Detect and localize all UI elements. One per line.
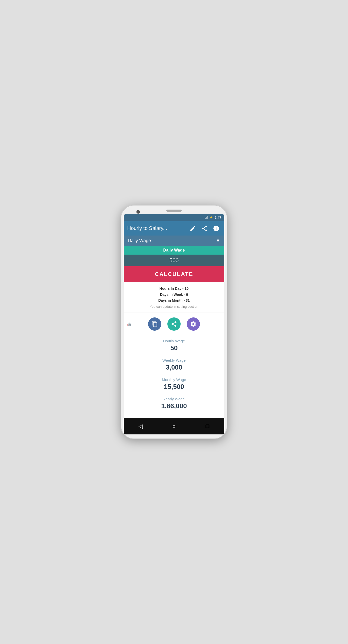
share-button[interactable] bbox=[167, 317, 181, 331]
calculate-button[interactable]: CALCULATE bbox=[124, 266, 224, 282]
settings-button[interactable] bbox=[187, 317, 200, 331]
wage-input-section: Daily Wage bbox=[124, 246, 224, 266]
back-button[interactable]: ◁ bbox=[135, 421, 146, 431]
share-icon-button[interactable] bbox=[200, 224, 209, 233]
app-bar: Hourly to Salary... bbox=[124, 221, 224, 236]
status-bar: 🤖 ⚡ 2:47 bbox=[124, 214, 224, 221]
hourly-wage-value: 50 bbox=[124, 344, 224, 352]
wage-input-label: Daily Wage bbox=[124, 246, 224, 255]
info-panel: Hours In Day - 10 Days in Week - 6 Days … bbox=[124, 282, 224, 313]
monthly-wage-label: Monthly Wage bbox=[124, 377, 224, 382]
dropdown-label: Daily Wage bbox=[128, 238, 216, 243]
monthly-wage-value: 15,500 bbox=[124, 383, 224, 391]
hours-in-day-line: Hours In Day - 10 bbox=[128, 286, 220, 292]
edit-icon-button[interactable] bbox=[188, 224, 197, 233]
yearly-wage-result: Yearly Wage 1,86,000 bbox=[124, 394, 224, 413]
wage-input-field[interactable] bbox=[126, 257, 222, 264]
status-time: 2:47 bbox=[215, 216, 221, 219]
status-icons: ⚡ 2:47 bbox=[204, 215, 221, 220]
days-in-month-line: Days in Month - 31 bbox=[128, 298, 220, 304]
monthly-wage-result: Monthly Wage 15,500 bbox=[124, 374, 224, 394]
weekly-wage-value: 3,000 bbox=[124, 363, 224, 371]
weekly-wage-label: Weekly Wage bbox=[124, 358, 224, 362]
hourly-wage-label: Hourly Wage bbox=[124, 339, 224, 343]
signal-icon bbox=[204, 215, 208, 220]
yearly-wage-label: Yearly Wage bbox=[124, 397, 224, 401]
results-section: Hourly Wage 50 Weekly Wage 3,000 Monthly… bbox=[124, 333, 224, 418]
phone-frame: 🤖 ⚡ 2:47 Hourly to Salary... bbox=[121, 205, 227, 439]
copy-button[interactable] bbox=[148, 317, 161, 331]
camera-cutout bbox=[136, 210, 140, 214]
hourly-wage-result: Hourly Wage 50 bbox=[124, 336, 224, 355]
dropdown-selector[interactable]: Daily Wage ▼ bbox=[124, 236, 224, 246]
svg-marker-0 bbox=[204, 215, 208, 219]
app-title: Hourly to Salary... bbox=[127, 225, 186, 231]
android-logo: 🤖 bbox=[127, 322, 131, 327]
charging-icon: ⚡ bbox=[210, 216, 213, 219]
phone-top bbox=[124, 210, 224, 212]
info-subtext: You can update in setting section bbox=[128, 305, 220, 309]
yearly-wage-value: 1,86,000 bbox=[124, 402, 224, 410]
action-icons-row bbox=[124, 313, 224, 333]
dropdown-arrow-icon: ▼ bbox=[216, 238, 220, 243]
days-in-week-line: Days in Week - 6 bbox=[128, 292, 220, 298]
home-button[interactable]: ○ bbox=[169, 421, 179, 431]
phone-speaker bbox=[166, 210, 182, 212]
wage-input-bar bbox=[124, 255, 224, 266]
navigation-bar: ◁ ○ □ bbox=[124, 418, 224, 434]
recent-apps-button[interactable]: □ bbox=[202, 421, 213, 431]
phone-screen: 🤖 ⚡ 2:47 Hourly to Salary... bbox=[124, 214, 224, 434]
weekly-wage-result: Weekly Wage 3,000 bbox=[124, 355, 224, 374]
info-icon-button[interactable] bbox=[212, 224, 221, 233]
